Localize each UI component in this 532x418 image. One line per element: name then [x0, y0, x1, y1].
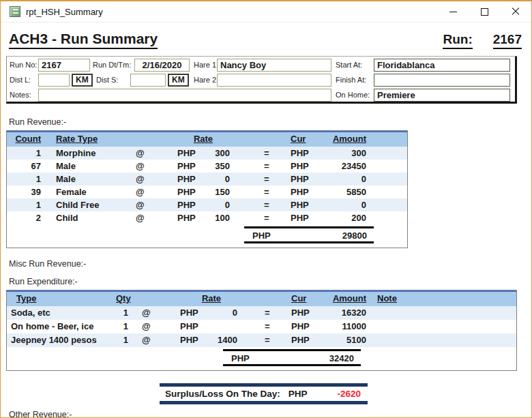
at-symbol: @	[136, 306, 177, 320]
report-title: ACH3 - Run Summary	[9, 31, 158, 49]
hare2-label: Hare 2:	[194, 74, 218, 87]
surplus-amount: -2620	[337, 389, 361, 399]
amount-currency-cell: PHP	[279, 173, 321, 185]
notes-field[interactable]	[38, 89, 331, 102]
equals-symbol: =	[233, 173, 279, 185]
header-count: Count	[7, 132, 42, 147]
equals-symbol: =	[233, 160, 279, 173]
window-controls	[437, 1, 531, 22]
at-symbol: @	[123, 173, 174, 185]
surplus-loss-summary: Surplus/Loss On The Day: PHP -2620	[160, 383, 368, 404]
surplus-label: Surplus/Loss On The Day:	[165, 389, 280, 399]
run-details-form: Run No: 2167 Run Dt/Tm: 2/16/2020 Hare 1…	[6, 56, 517, 104]
run-revenue-table: Count Rate Type Rate Cur Amount 1 Morphi…	[6, 130, 408, 248]
rate-cell: 0	[205, 198, 233, 211]
header-rate: Rate	[174, 132, 233, 147]
rate-cell	[215, 320, 246, 333]
revenue-row: 39 Female @ PHP 150 = PHP 5850	[7, 185, 407, 198]
revenue-total: PHP 29800	[244, 226, 374, 243]
amount-cell: 300	[321, 147, 369, 160]
close-icon	[512, 8, 520, 16]
run-label: Run:	[443, 32, 472, 49]
rate-cell: 100	[205, 211, 233, 224]
on-home-field[interactable]: Premiere	[374, 89, 510, 102]
maximize-button[interactable]	[469, 1, 500, 22]
rate-type-cell: Female	[42, 185, 123, 198]
rate-currency-cell: PHP	[174, 147, 205, 160]
header-note: Note	[372, 292, 516, 306]
run-no-label: Run No:	[10, 59, 37, 72]
header-amount: Amount	[324, 292, 372, 306]
rate-currency-cell: PHP	[174, 185, 205, 198]
dist-l-unit: KM	[72, 74, 93, 87]
titlebar[interactable]: rpt_HSH_Summary	[1, 1, 531, 23]
hare2-field[interactable]	[217, 74, 331, 87]
expenditure-row: Soda, etc 1 @ PHP 0 = PHP 16320	[7, 306, 516, 320]
total-currency: PHP	[231, 352, 250, 363]
dist-s-label: Dist S:	[96, 74, 118, 87]
hare1-label: Hare 1:	[194, 59, 218, 72]
surplus-currency: PHP	[289, 389, 308, 399]
equals-symbol: =	[246, 320, 283, 333]
revenue-row: 1 Male @ PHP 0 = PHP 0	[7, 173, 407, 185]
amount-cell: 16320	[324, 306, 372, 320]
rate-cell: 1400	[215, 333, 246, 347]
run-expenditure-section-label: Run Expenditure:-	[9, 277, 531, 288]
rate-currency-cell: PHP	[177, 306, 215, 320]
qty-cell: 1	[116, 306, 136, 320]
count-cell: 1	[7, 198, 42, 211]
finish-at-field[interactable]	[374, 74, 510, 87]
amount-cell: 5850	[321, 185, 369, 198]
close-button[interactable]	[500, 1, 531, 22]
rate-currency-cell: PHP	[177, 333, 215, 347]
minimize-button[interactable]	[437, 1, 469, 22]
dist-s-field[interactable]	[130, 74, 166, 87]
run-badge: Run: 2167	[443, 32, 522, 49]
amount-cell: 200	[321, 211, 369, 224]
revenue-row: 1 Morphine @ PHP 300 = PHP 300	[7, 147, 407, 160]
rate-type-cell: Morphine	[42, 147, 123, 160]
dist-l-field[interactable]	[38, 74, 70, 87]
rate-cell: 0	[205, 173, 233, 185]
amount-cell: 0	[321, 173, 369, 185]
amount-currency-cell: PHP	[283, 320, 324, 333]
window-title: rpt_HSH_Summary	[26, 7, 103, 17]
maximize-icon	[481, 8, 488, 16]
report-icon	[10, 6, 20, 17]
run-dttm-label: Run Dt/Tm:	[93, 59, 131, 72]
at-symbol: @	[123, 185, 174, 198]
total-amount: 32420	[329, 352, 354, 363]
rate-cell: 0	[215, 306, 246, 320]
expenditure-row: Jeepney 1400 pesos 1 @ PHP 1400 = PHP 51…	[7, 333, 516, 347]
revenue-row: 2 Child @ PHP 100 = PHP 200	[7, 211, 407, 224]
note-cell	[372, 306, 516, 320]
rate-cell: 150	[205, 185, 233, 198]
type-cell: Jeepney 1400 pesos	[7, 333, 116, 347]
minimize-icon	[449, 12, 457, 12]
header-amount: Amount	[321, 132, 369, 147]
run-no-field[interactable]: 2167	[38, 59, 90, 72]
misc-run-revenue-section-label: Misc Run Revenue:-	[9, 259, 531, 271]
on-home-label: On Home:	[336, 89, 370, 102]
note-cell	[372, 320, 516, 333]
header-qty: Qty	[116, 292, 136, 306]
header-type: Type	[7, 292, 116, 306]
at-symbol: @	[123, 147, 174, 160]
count-cell: 1	[7, 147, 42, 160]
type-cell: On home - Beer, ice	[7, 320, 116, 333]
finish-at-label: Finish At:	[336, 74, 366, 87]
rate-cell: 300	[205, 147, 233, 160]
amount-currency-cell: PHP	[279, 198, 321, 211]
run-dttm-field[interactable]: 2/16/2020	[134, 59, 190, 72]
start-at-field[interactable]: Floridablanca	[374, 59, 510, 72]
amount-cell: 11000	[324, 320, 372, 333]
dist-l-label: Dist L:	[10, 74, 31, 87]
rate-currency-cell: PHP	[174, 198, 205, 211]
equals-symbol: =	[233, 147, 279, 160]
rate-type-cell: Child Free	[42, 198, 123, 211]
hare1-field[interactable]: Nancy Boy	[217, 59, 331, 72]
run-number: 2167	[493, 32, 522, 49]
revenue-row: 67 Male @ PHP 350 = PHP 23450	[7, 160, 407, 173]
count-cell: 2	[7, 211, 42, 224]
rate-type-cell: Male	[42, 173, 123, 185]
